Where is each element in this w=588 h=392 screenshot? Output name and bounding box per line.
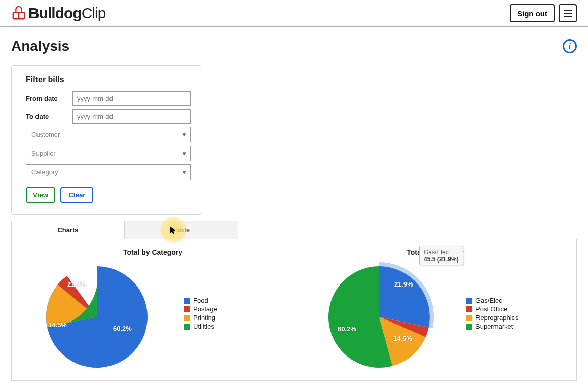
slice-label: 60.2% xyxy=(113,325,132,332)
chart-by-supplier: Total by Supplier 21.9% 14.5% 60.2% xyxy=(294,248,576,380)
tooltip-value: 45.5 (21.9%) xyxy=(424,256,459,263)
customer-select[interactable]: Customer ▼ xyxy=(26,127,191,142)
supplier-select[interactable]: Supplier ▼ xyxy=(26,146,191,161)
bulldog-clip-icon xyxy=(11,6,26,21)
page-header: Analysis i xyxy=(11,38,577,54)
brand[interactable]: BulldogClip xyxy=(11,5,105,22)
to-date-label: To date xyxy=(26,113,72,120)
chevron-down-icon: ▼ xyxy=(178,127,190,142)
view-button[interactable]: View xyxy=(26,187,55,203)
charts-panel: Total by Category 60.2% 14.5% 21.9% Food xyxy=(11,239,577,381)
from-date-label: From date xyxy=(26,95,72,102)
filter-panel-title: Filter bills xyxy=(26,75,191,84)
tab-charts[interactable]: Charts xyxy=(11,221,125,239)
customer-select-label: Customer xyxy=(26,127,178,142)
slice-label: 21.9% xyxy=(67,280,86,288)
sign-out-button[interactable]: Sign out xyxy=(510,4,555,22)
chart-legend: Food Postage Printing Utilities xyxy=(184,297,217,331)
chevron-down-icon: ▼ xyxy=(178,165,190,180)
chart-legend: Gas/Elec Post Office Reprographics Super… xyxy=(466,297,519,331)
topbar-actions: Sign out xyxy=(510,4,577,22)
to-date-input[interactable] xyxy=(72,109,191,124)
page-title: Analysis xyxy=(11,38,69,54)
supplier-select-label: Supplier xyxy=(26,146,178,161)
pie-wrap: 60.2% 14.5% 21.9% Food Postage Printing … xyxy=(12,256,294,373)
category-select-label: Category xyxy=(26,165,178,180)
category-select[interactable]: Category ▼ xyxy=(26,164,191,180)
pie-chart[interactable] xyxy=(36,261,158,373)
from-date-row: From date xyxy=(26,91,191,106)
legend-item: Food xyxy=(184,297,217,304)
legend-item: Postage xyxy=(184,305,217,313)
slice-label: 60.2% xyxy=(338,325,356,333)
info-button[interactable]: i xyxy=(563,39,577,53)
tab-table[interactable]: Table xyxy=(125,221,238,239)
brand-text: BulldogClip xyxy=(28,5,105,22)
tabs: Charts Table xyxy=(11,221,577,239)
chevron-down-icon: ▼ xyxy=(178,146,190,161)
from-date-input[interactable] xyxy=(72,91,191,106)
legend-item: Post Office xyxy=(466,305,519,313)
hamburger-icon xyxy=(564,10,572,17)
to-date-row: To date xyxy=(26,109,191,124)
pie-chart[interactable] xyxy=(318,261,440,373)
chart-tooltip: Gas/Elec 45.5 (21.9%) xyxy=(419,246,463,265)
legend-item: Printing xyxy=(184,314,217,322)
legend-item: Gas/Elec xyxy=(466,297,519,304)
chart-title: Total by Category xyxy=(12,248,294,256)
pie-wrap: 21.9% 14.5% 60.2% Gas/Elec Post Office R… xyxy=(294,256,576,373)
tooltip-name: Gas/Elec xyxy=(424,248,459,256)
menu-button[interactable] xyxy=(559,4,577,22)
chart-by-category: Total by Category 60.2% 14.5% 21.9% Food xyxy=(12,248,294,380)
legend-item: Supermarket xyxy=(466,323,519,330)
slice-label: 14.5% xyxy=(48,321,67,329)
clear-button[interactable]: Clear xyxy=(60,187,93,203)
main: Analysis i Filter bills From date To dat… xyxy=(0,27,588,381)
top-bar: BulldogClip Sign out xyxy=(0,0,588,27)
slice-label: 21.9% xyxy=(394,280,413,288)
legend-item: Utilities xyxy=(184,323,217,330)
filter-panel: Filter bills From date To date Customer … xyxy=(11,65,201,215)
slice-label: 14.5% xyxy=(393,335,412,342)
filter-actions: View Clear xyxy=(26,187,191,203)
legend-item: Reprographics xyxy=(466,314,519,322)
